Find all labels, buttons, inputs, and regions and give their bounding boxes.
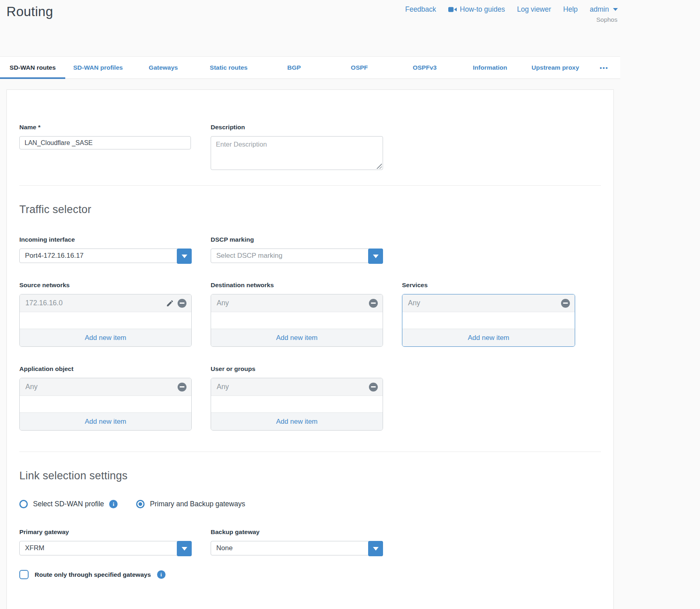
application-object-listbox: Any Add new item xyxy=(19,378,192,431)
top-nav: Feedback How-to guides Log viewer Help a… xyxy=(405,5,618,14)
tab-ospf[interactable]: OSPF xyxy=(327,57,392,79)
tab-ospfv3[interactable]: OSPFv3 xyxy=(392,57,457,79)
tab-sdwan-routes[interactable]: SD-WAN routes xyxy=(0,57,65,79)
backup-gateway-group: Backup gateway None xyxy=(211,528,383,555)
name-input[interactable] xyxy=(19,136,191,149)
add-new-item-button[interactable]: Add new item xyxy=(402,329,575,346)
app-user-row: Application object Any Add new item User… xyxy=(19,365,601,431)
remove-item-button[interactable] xyxy=(178,383,186,392)
name-field-group: Name * xyxy=(19,124,192,170)
remove-item-button[interactable] xyxy=(561,299,570,308)
log-viewer-link[interactable]: Log viewer xyxy=(517,5,551,14)
backup-gateway-value: None xyxy=(216,544,233,552)
name-label: Name * xyxy=(19,124,192,131)
listbox-empty-area xyxy=(20,312,191,329)
dscp-select[interactable]: Select DSCP marking xyxy=(211,249,383,263)
pencil-icon xyxy=(166,299,174,307)
listbox-empty-area xyxy=(211,312,383,329)
incoming-interface-label: Incoming interface xyxy=(19,236,192,243)
listbox-empty-area xyxy=(20,396,191,412)
remove-item-button[interactable] xyxy=(178,299,186,308)
tab-bgp[interactable]: BGP xyxy=(261,57,327,79)
list-item: Any xyxy=(20,378,191,396)
section-divider xyxy=(19,452,601,452)
list-item: Any xyxy=(211,378,383,396)
required-mark: * xyxy=(38,124,41,130)
help-link[interactable]: Help xyxy=(563,5,578,14)
list-item: 172.16.16.0 xyxy=(20,294,191,312)
edit-item-button[interactable] xyxy=(166,299,174,307)
tab-sdwan-profiles[interactable]: SD-WAN profiles xyxy=(65,57,130,79)
page-wrap: Routing Feedback How-to guides Log viewe… xyxy=(0,0,620,609)
radio-unchecked-icon[interactable] xyxy=(19,500,28,508)
incoming-interface-select[interactable]: Port4-172.16.16.17 xyxy=(19,249,192,263)
general-row: Name * Description xyxy=(19,124,601,170)
primary-gateway-label: Primary gateway xyxy=(19,528,192,536)
application-object-group: Application object Any Add new item xyxy=(19,365,192,431)
feedback-link[interactable]: Feedback xyxy=(405,5,436,14)
add-new-item-button[interactable]: Add new item xyxy=(20,412,191,430)
tabbar: SD-WAN routes SD-WAN profiles Gateways S… xyxy=(0,56,620,79)
radio-checked-icon[interactable] xyxy=(136,500,145,508)
caret-down-icon[interactable] xyxy=(368,249,383,264)
description-textarea[interactable] xyxy=(211,136,383,170)
radio-sdwan-profile[interactable]: Select SD-WAN profile i xyxy=(19,500,118,508)
admin-menu-label: admin xyxy=(590,5,609,14)
link-selection-radios: Select SD-WAN profile i Primary and Back… xyxy=(19,500,601,508)
radio-primary-backup-label: Primary and Backup gateways xyxy=(150,500,245,508)
list-item-label: Any xyxy=(217,383,229,391)
tab-upstream-proxy[interactable]: Upstream proxy xyxy=(523,57,588,79)
destination-networks-label: Destination networks xyxy=(211,282,383,289)
traffic-selector-heading: Traffic selector xyxy=(19,203,601,216)
description-field-group: Description xyxy=(211,124,383,170)
incoming-interface-value: Port4-172.16.16.17 xyxy=(25,252,84,260)
route-only-row: Route only through specified gateways i xyxy=(19,570,601,579)
application-object-label: Application object xyxy=(19,365,192,373)
incoming-interface-group: Incoming interface Port4-172.16.16.17 xyxy=(19,236,192,263)
caret-down-icon[interactable] xyxy=(177,249,192,264)
caret-down-icon[interactable] xyxy=(368,541,383,556)
listbox-empty-area xyxy=(402,312,575,329)
info-circle-icon[interactable]: i xyxy=(157,570,166,579)
user-or-groups-label: User or groups xyxy=(211,365,383,373)
minus-circle-icon xyxy=(178,383,186,392)
interface-row: Incoming interface Port4-172.16.16.17 DS… xyxy=(19,236,601,263)
remove-item-button[interactable] xyxy=(369,299,378,308)
route-only-checkbox[interactable] xyxy=(19,570,29,579)
brand-label: Sophos xyxy=(596,16,617,23)
minus-circle-icon xyxy=(178,299,186,308)
listbox-empty-area xyxy=(211,396,383,412)
remove-item-button[interactable] xyxy=(369,383,378,392)
primary-gateway-select[interactable]: XFRM xyxy=(19,541,192,555)
list-item-label: Any xyxy=(217,299,229,307)
list-item-label: Any xyxy=(25,383,37,391)
backup-gateway-select[interactable]: None xyxy=(211,541,383,555)
tabs-more-button[interactable]: ••• xyxy=(588,57,620,79)
add-new-item-button[interactable]: Add new item xyxy=(20,329,191,346)
tab-information[interactable]: Information xyxy=(458,57,523,79)
destination-networks-listbox: Any Add new item xyxy=(211,294,383,347)
caret-down-icon[interactable] xyxy=(177,541,192,556)
tab-gateways[interactable]: Gateways xyxy=(130,57,196,79)
list-item: Any xyxy=(402,294,575,312)
tab-static-routes[interactable]: Static routes xyxy=(196,57,261,79)
howto-guides-label: How-to guides xyxy=(460,5,505,14)
howto-guides-link[interactable]: How-to guides xyxy=(448,5,505,14)
source-networks-listbox: 172.16.16.0 Add new item xyxy=(19,294,192,347)
dscp-label: DSCP marking xyxy=(211,236,383,243)
add-new-item-button[interactable]: Add new item xyxy=(211,329,383,346)
services-group: Services Any Add new item xyxy=(402,282,575,347)
info-circle-icon[interactable]: i xyxy=(109,500,118,508)
destination-networks-group: Destination networks Any Add new item xyxy=(211,282,383,347)
gateway-row: Primary gateway XFRM Backup gateway None xyxy=(19,528,601,555)
add-new-item-button[interactable]: Add new item xyxy=(211,412,383,430)
source-networks-group: Source networks 172.16.16.0 xyxy=(19,282,192,347)
section-divider xyxy=(19,185,601,186)
dscp-placeholder: Select DSCP marking xyxy=(216,252,282,260)
list-item-label: Any xyxy=(408,299,420,307)
admin-menu[interactable]: admin xyxy=(590,5,618,14)
primary-gateway-value: XFRM xyxy=(25,544,44,552)
radio-sdwan-profile-label: Select SD-WAN profile xyxy=(33,500,104,508)
radio-primary-backup[interactable]: Primary and Backup gateways xyxy=(136,500,245,508)
page-header: Routing Feedback How-to guides Log viewe… xyxy=(0,0,620,56)
